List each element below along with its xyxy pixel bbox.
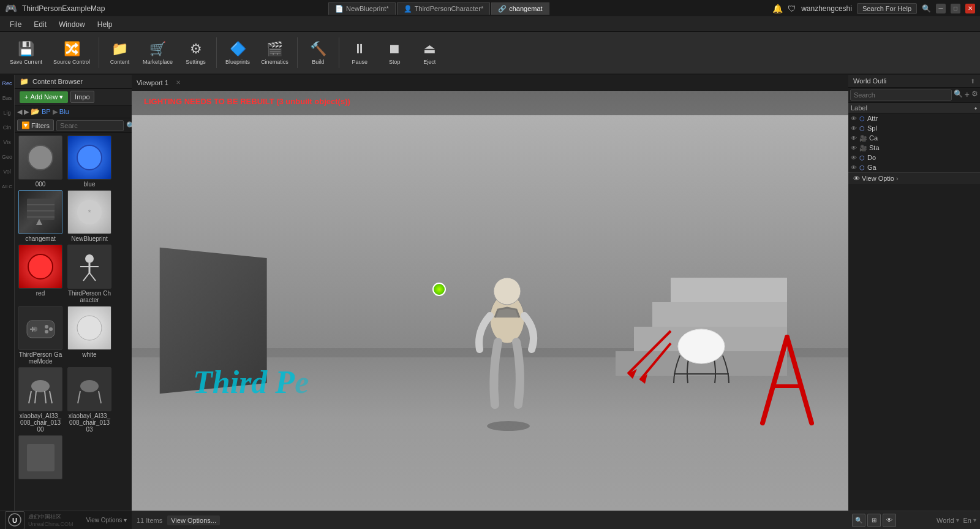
search-icon[interactable]: 🔍 [922, 4, 931, 13]
asset-item-gamemode[interactable]: ThirdPerson GameMode [17, 306, 64, 365]
content-button[interactable]: 📁 Content [103, 34, 137, 71]
blu-breadcrumb[interactable]: Blu [59, 108, 69, 115]
wo-view-options[interactable]: 👁 View Optio › [848, 172, 980, 184]
eject-button[interactable]: ⏏ Eject [413, 34, 447, 71]
stop-button[interactable]: ⏹ Stop [378, 34, 412, 71]
cinematics-button[interactable]: 🎬 Cinematics [256, 34, 293, 71]
mode-vis[interactable]: Vis [1, 136, 13, 148]
marketplace-button[interactable]: 🛒 Marketplace [138, 34, 178, 71]
wo-item-attr[interactable]: 👁 ⬡ Attr [848, 113, 980, 123]
save-current-button[interactable]: 💾 Save Current [5, 34, 47, 71]
tab-thirdpersoncharacter[interactable]: 👤 ThirdPersonCharacter* [397, 2, 491, 15]
menu-window[interactable]: Window [54, 19, 90, 30]
eye-rbb-btn[interactable]: 👁 [883, 514, 896, 527]
viewport[interactable]: Viewport 1 ✕ LIGHTING NEEDS TO BE REBUIL… [132, 75, 848, 511]
window-title: ThirdPersonExampleMap [22, 4, 105, 13]
source-control-icon: 🔀 [64, 41, 80, 57]
mode-lig[interactable]: Lig [1, 107, 13, 119]
eye-icon-ga[interactable]: 👁 [851, 164, 857, 171]
asset-item-chair1[interactable]: xiaobayi_AI33_008_chair_013 00 [17, 367, 64, 433]
tab-newblueprint[interactable]: 📄 NewBlueprint* [328, 2, 396, 15]
marketplace-label: Marketplace [143, 59, 173, 65]
wo-add-icon[interactable]: + [965, 89, 970, 101]
blueprints-label: Blueprints [225, 59, 250, 65]
svg-point-18 [49, 327, 53, 331]
import-button[interactable]: Impo [70, 91, 94, 103]
mode-cin[interactable]: Cin [1, 121, 13, 134]
expand-en[interactable]: ▾ [973, 517, 976, 523]
build-button[interactable]: 🔨 Build [301, 34, 335, 71]
plus-icon: + [24, 93, 28, 101]
asset-item-white[interactable]: white [66, 306, 113, 365]
asset-item-blue[interactable]: blue [66, 135, 113, 188]
search-input[interactable] [56, 120, 124, 131]
view-options-button[interactable]: View Options... [167, 516, 220, 525]
mode-bas[interactable]: Bas [1, 92, 13, 104]
asset-item-grey[interactable] [17, 435, 64, 481]
asset-item-newblueprint[interactable]: * NewBlueprint [66, 190, 113, 242]
asset-item-changemat[interactable]: changemat [17, 190, 64, 242]
asset-item-thirdperson-char[interactable]: ThirdPerson Character [66, 245, 113, 303]
asset-item-000[interactable]: 000 [17, 135, 64, 188]
toolbar-separator-2 [216, 37, 217, 68]
bp-breadcrumb[interactable]: BP [42, 108, 51, 115]
mode-rec[interactable]: Rec [1, 77, 13, 89]
wo-col-expand[interactable]: ⬥ [974, 104, 978, 112]
eye-icon-spl[interactable]: 👁 [851, 125, 857, 132]
viewport-canvas[interactable]: LIGHTING NEEDS TO BE REBUILT (3 unbuilt … [132, 91, 848, 511]
search-for-help[interactable]: Search For Help [857, 3, 917, 14]
tab-label: ThirdPersonCharacter* [415, 5, 484, 12]
tab-changemat[interactable]: 🔗 changemat [491, 2, 549, 15]
svg-point-28 [80, 380, 99, 392]
menu-edit[interactable]: Edit [29, 19, 51, 30]
wo-settings-icon[interactable]: ⚙ [971, 89, 978, 101]
svg-point-0 [28, 145, 53, 170]
grid-rbb-btn[interactable]: ⊞ [867, 514, 881, 527]
toolbar-separator-3 [297, 37, 298, 68]
menu-help[interactable]: Help [92, 19, 118, 30]
wo-search-icon[interactable]: 🔍 [954, 89, 963, 101]
wo-item-label: Ca [869, 134, 878, 142]
asset-thumb-white [67, 306, 111, 350]
mode-allc[interactable]: All C [1, 180, 13, 192]
settings-button[interactable]: ⚙ Settings [179, 34, 213, 71]
pause-button[interactable]: ⏸ Pause [343, 34, 377, 71]
eye-icon-sta[interactable]: 👁 [851, 145, 857, 151]
wo-item-ca[interactable]: 👁 🎥 Ca [848, 133, 980, 143]
asset-item-red[interactable]: red [17, 245, 64, 303]
eye-icon-ca[interactable]: 👁 [851, 135, 857, 142]
notification-icon[interactable]: 🔔 [772, 4, 783, 13]
viewport-close-icon[interactable]: ✕ [176, 79, 181, 86]
wo-item-spl[interactable]: 👁 ⬡ Spl [848, 123, 980, 133]
eye-icon-do[interactable]: 👁 [851, 154, 857, 161]
expand-world[interactable]: ▾ [956, 517, 959, 523]
view-options-left[interactable]: View Options ▾ [86, 517, 127, 523]
eye-icon-attr[interactable]: 👁 [851, 115, 857, 122]
wo-item-do[interactable]: 👁 ⬡ Do [848, 153, 980, 162]
asset-item-chair2[interactable]: xiaobayi_AI33_008_chair_013 03 [66, 367, 113, 433]
close-button[interactable]: ✕ [965, 4, 975, 13]
shield-icon[interactable]: 🛡 [788, 4, 796, 13]
mode-geo[interactable]: Geo [1, 151, 13, 163]
search-rbb-btn[interactable]: 🔍 [852, 514, 865, 527]
forward-button[interactable]: ▶ [24, 108, 29, 116]
blueprints-button[interactable]: 🔷 Blueprints [221, 34, 255, 71]
add-new-button[interactable]: + Add New ▾ [20, 91, 68, 103]
source-control-button[interactable]: 🔀 Source Control [48, 34, 95, 71]
svg-rect-35 [671, 278, 787, 302]
wo-search-input[interactable] [850, 89, 952, 101]
eject-label: Eject [423, 59, 435, 65]
maximize-button[interactable]: □ [951, 4, 960, 13]
wo-item-icon: ⬡ [859, 125, 865, 132]
menu-file[interactable]: File [5, 19, 26, 30]
mode-vol[interactable]: Vol [1, 166, 13, 178]
wo-item-sta[interactable]: 👁 🎥 Sta [848, 143, 980, 153]
build-label: Build [312, 59, 324, 65]
collapse-icon[interactable]: ⬆ [970, 78, 975, 85]
wo-item-ga[interactable]: 👁 ⬡ Ga [848, 162, 980, 172]
svg-line-43 [787, 337, 812, 423]
back-button[interactable]: ◀ [17, 108, 22, 116]
minimize-button[interactable]: ─ [936, 4, 946, 13]
filter-button[interactable]: 🔽 Filters [17, 120, 54, 131]
toolbar: 💾 Save Current 🔀 Source Control 📁 Conten… [0, 32, 980, 75]
